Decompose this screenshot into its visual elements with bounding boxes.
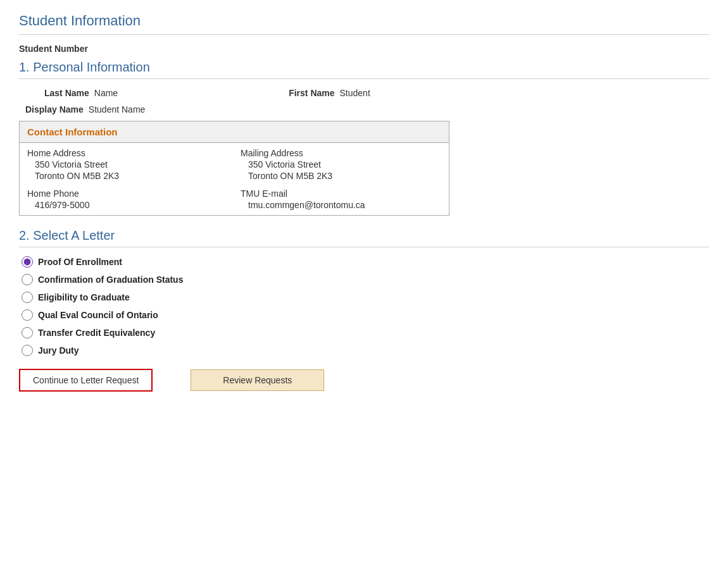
email-group: TMU E-mail tmu.commgen@torontomu.ca [241, 189, 441, 210]
home-address-label: Home Address [27, 148, 228, 158]
display-name-row: Display Name Student Name [25, 104, 709, 114]
contact-info-box: Contact Information Home Address 350 Vic… [19, 121, 449, 216]
first-name-label: First Name [289, 88, 334, 98]
home-address-line1: 350 Victoria Street [35, 159, 228, 170]
home-address-line2: Toronto ON M5B 2K3 [35, 171, 228, 181]
radio-item-qual[interactable]: Qual Eval Council of Ontario [22, 309, 709, 321]
section2-title: 2. Select A Letter [19, 228, 709, 243]
first-name-value: Student [340, 88, 370, 98]
continue-button[interactable]: Continue to Letter Request [19, 369, 153, 392]
radio-item-proof[interactable]: Proof Of Enrollment [22, 256, 709, 268]
contact-info-header: Contact Information [20, 121, 449, 143]
radio-qual[interactable] [22, 309, 33, 321]
radio-label-jury: Jury Duty [38, 345, 79, 356]
radio-label-eligibility: Eligibility to Graduate [38, 292, 130, 302]
radio-eligibility[interactable] [22, 292, 33, 303]
radio-label-confirmation: Confirmation of Graduation Status [38, 275, 183, 285]
home-phone-label: Home Phone [27, 189, 228, 199]
section2-divider [19, 247, 709, 247]
email-label: TMU E-mail [241, 189, 441, 199]
contact-info-body: Home Address 350 Victoria Street Toronto… [20, 143, 449, 215]
radio-jury[interactable] [22, 345, 33, 356]
section1-divider [19, 78, 709, 79]
radio-label-proof: Proof Of Enrollment [38, 257, 122, 267]
radio-transfer[interactable] [22, 327, 33, 338]
name-row: Last Name Name First Name Student [44, 88, 709, 98]
radio-proof[interactable] [22, 256, 33, 268]
mailing-address-label: Mailing Address [241, 148, 441, 158]
radio-label-transfer: Transfer Credit Equivalency [38, 328, 155, 338]
first-name-field: First Name Student [289, 88, 370, 98]
radio-item-confirmation[interactable]: Confirmation of Graduation Status [22, 274, 709, 285]
review-button[interactable]: Review Requests [191, 369, 324, 391]
home-address-group: Home Address 350 Victoria Street Toronto… [27, 148, 228, 181]
title-divider [19, 34, 709, 35]
home-phone-group: Home Phone 416/979-5000 [27, 189, 228, 210]
last-name-label: Last Name [44, 88, 89, 98]
radio-confirmation[interactable] [22, 274, 33, 285]
display-name-label: Display Name [25, 104, 84, 114]
radio-item-jury[interactable]: Jury Duty [22, 345, 709, 356]
mailing-address-line2: Toronto ON M5B 2K3 [248, 171, 441, 181]
button-row: Continue to Letter Request Review Reques… [19, 369, 709, 392]
page-title: Student Information [19, 13, 709, 29]
display-name-value: Student Name [89, 104, 146, 114]
last-name-field: Last Name Name [44, 88, 118, 98]
student-number-label: Student Number [19, 44, 709, 54]
mailing-address-group: Mailing Address 350 Victoria Street Toro… [241, 148, 441, 181]
mailing-address-line1: 350 Victoria Street [248, 159, 441, 170]
home-phone-value: 416/979-5000 [35, 200, 228, 210]
radio-item-transfer[interactable]: Transfer Credit Equivalency [22, 327, 709, 338]
radio-item-eligibility[interactable]: Eligibility to Graduate [22, 292, 709, 303]
last-name-value: Name [94, 88, 118, 98]
radio-label-qual: Qual Eval Council of Ontario [38, 310, 158, 320]
letter-radio-group: Proof Of Enrollment Confirmation of Grad… [22, 256, 709, 356]
email-value: tmu.commgen@torontomu.ca [248, 200, 441, 210]
section1-title: 1. Personal Information [19, 60, 709, 75]
